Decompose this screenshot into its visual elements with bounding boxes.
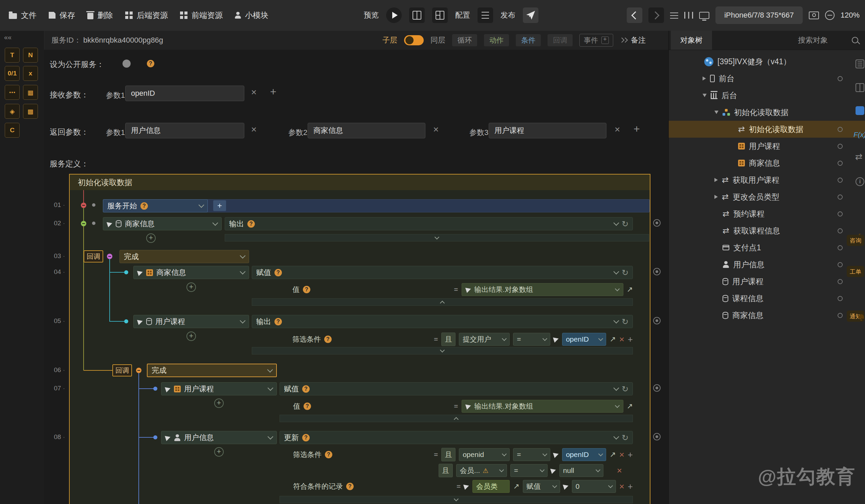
callback-mode-button[interactable]: 回调 xyxy=(547,34,573,46)
fold-toggle[interactable] xyxy=(225,234,649,242)
help-icon[interactable] xyxy=(247,220,255,228)
note-button[interactable]: 备注 xyxy=(620,35,646,45)
split-view-button[interactable] xyxy=(409,8,425,23)
config-button[interactable] xyxy=(477,8,493,23)
arrow-down-icon[interactable] xyxy=(703,94,707,97)
fold-toggle[interactable] xyxy=(252,347,633,354)
expand-icon[interactable] xyxy=(627,402,633,411)
flow-row-03-callback-dropdown[interactable]: 完成 xyxy=(119,250,249,263)
return-param-2-input[interactable] xyxy=(308,123,425,138)
remove-condition-button[interactable] xyxy=(619,450,624,459)
filter-field-dropdown[interactable]: 提交用户 xyxy=(459,333,510,346)
add-action-button[interactable] xyxy=(186,331,196,341)
fold-toggle[interactable] xyxy=(279,496,633,503)
palette-text-variable[interactable]: T xyxy=(5,48,20,62)
add-step-button[interactable] xyxy=(213,200,226,211)
tree-row-frontend[interactable]: 前台 xyxy=(669,70,865,87)
visibility-dot[interactable] xyxy=(838,144,843,149)
palette-object-array[interactable]: ▩ xyxy=(23,104,38,119)
collapse-sidebar-button[interactable] xyxy=(4,34,12,41)
zoom-level[interactable]: 120% xyxy=(841,11,860,20)
flow-row-08-target-dropdown[interactable]: 用户信息 xyxy=(161,431,277,444)
tree-row-database[interactable]: 课程信息 xyxy=(669,290,865,307)
collapse-node-dot[interactable] xyxy=(81,221,86,226)
screenshot-icon[interactable] xyxy=(809,12,819,19)
arrow-down-icon[interactable] xyxy=(714,110,718,114)
return-param-3-input[interactable] xyxy=(489,123,607,138)
refresh-icon[interactable] xyxy=(622,433,628,443)
add-condition-button[interactable] xyxy=(628,450,633,459)
collapse-node-dot[interactable] xyxy=(107,254,112,259)
visibility-dot[interactable] xyxy=(838,279,843,284)
tab-object-tree[interactable]: 对象树 xyxy=(671,31,712,50)
tree-row-root[interactable]: [395]IVX健身（v41） xyxy=(669,53,865,70)
visibility-dot[interactable] xyxy=(838,195,843,200)
visibility-dot[interactable] xyxy=(838,228,843,233)
receive-param-1-input[interactable] xyxy=(125,85,244,101)
tree-row-service[interactable]: 获取课程信息 xyxy=(669,222,865,239)
filter-field-dropdown[interactable]: 会员... xyxy=(456,464,507,477)
outline-list-icon[interactable] xyxy=(670,12,678,19)
target-picker-icon[interactable] xyxy=(653,317,661,324)
flow-row-04-target-dropdown[interactable]: 商家信息 xyxy=(133,266,249,279)
tree-row-service[interactable]: 预约课程 xyxy=(669,205,865,222)
tree-row-service-group[interactable]: 初始化读取数据 xyxy=(669,104,865,121)
condition-mode-button[interactable]: 条件 xyxy=(516,34,541,46)
add-action-button[interactable] xyxy=(214,398,224,408)
remove-condition-button[interactable] xyxy=(619,335,624,344)
nav-back-button[interactable] xyxy=(627,8,642,23)
frontend-resources-button[interactable]: 前端资源 xyxy=(180,10,223,21)
palette-array-2d[interactable]: ▦ xyxy=(23,85,38,100)
arrow-right-icon[interactable] xyxy=(714,178,718,182)
collapse-node-dot[interactable] xyxy=(81,203,86,208)
backend-resources-button[interactable]: 后端资源 xyxy=(125,10,168,21)
tree-row-database[interactable]: 商家信息 xyxy=(669,307,865,324)
service-start-node[interactable]: 服务开始 xyxy=(103,199,208,212)
palette-array-1d[interactable]: ⋯ xyxy=(5,85,20,100)
target-picker-icon[interactable] xyxy=(653,384,661,392)
value-expression[interactable]: 输出结果.对象数组 xyxy=(462,283,623,296)
add-action-button[interactable] xyxy=(146,233,156,243)
expand-icon[interactable] xyxy=(627,285,633,294)
expand-icon[interactable] xyxy=(610,450,615,459)
fx-functions-icon[interactable]: F(x) xyxy=(853,131,865,139)
flow-row-07-target-dropdown[interactable]: 用户课程 xyxy=(161,382,277,396)
save-button[interactable]: 保存 xyxy=(49,10,75,21)
doc-panel-icon[interactable] xyxy=(855,60,864,68)
tab-search-objects[interactable]: 搜索对象 xyxy=(798,31,828,50)
help-icon[interactable] xyxy=(325,451,332,458)
records-assign-dropdown[interactable]: 赋值 xyxy=(523,480,560,493)
visibility-dot[interactable] xyxy=(838,127,843,132)
help-icon[interactable] xyxy=(324,336,332,343)
visibility-dot[interactable] xyxy=(838,161,843,166)
search-icon[interactable] xyxy=(852,37,858,43)
help-icon[interactable] xyxy=(303,286,310,293)
remove-receive-param-1-button[interactable] xyxy=(251,87,256,97)
add-return-param-button[interactable] xyxy=(634,124,640,134)
visibility-dot[interactable] xyxy=(838,245,843,250)
remove-condition-button[interactable] xyxy=(617,466,622,475)
return-param-1-input[interactable] xyxy=(125,123,244,138)
target-picker-icon[interactable] xyxy=(653,219,661,227)
monitor-icon[interactable] xyxy=(699,12,709,19)
arrow-right-icon[interactable] xyxy=(714,195,718,199)
add-condition-button[interactable] xyxy=(628,482,633,491)
visibility-dot[interactable] xyxy=(838,178,843,183)
flow-row-04-action-bar[interactable]: 赋值 xyxy=(252,266,633,279)
flow-row-07-action-bar[interactable]: 赋值 xyxy=(279,382,633,396)
component-store-icon[interactable] xyxy=(855,106,864,115)
palette-boolean-variable[interactable]: 0/1 xyxy=(5,66,20,81)
flow-row-08-action-bar[interactable]: 更新 xyxy=(279,431,633,444)
records-field-chip[interactable]: 会员类 xyxy=(472,480,510,493)
delete-button[interactable]: 删除 xyxy=(87,10,113,21)
flow-row-02-action-bar[interactable]: 输出 xyxy=(225,217,633,230)
visibility-dot[interactable] xyxy=(838,211,843,216)
target-picker-icon[interactable] xyxy=(653,268,661,276)
help-icon[interactable] xyxy=(275,318,282,325)
filter-operator-dropdown[interactable]: = xyxy=(510,464,547,477)
help-icon[interactable] xyxy=(302,434,310,442)
layout-panels-icon[interactable] xyxy=(855,83,864,92)
expand-icon[interactable] xyxy=(610,335,615,344)
consult-button[interactable]: 咨询 xyxy=(847,235,864,246)
remove-return-param-2-button[interactable] xyxy=(433,125,439,134)
